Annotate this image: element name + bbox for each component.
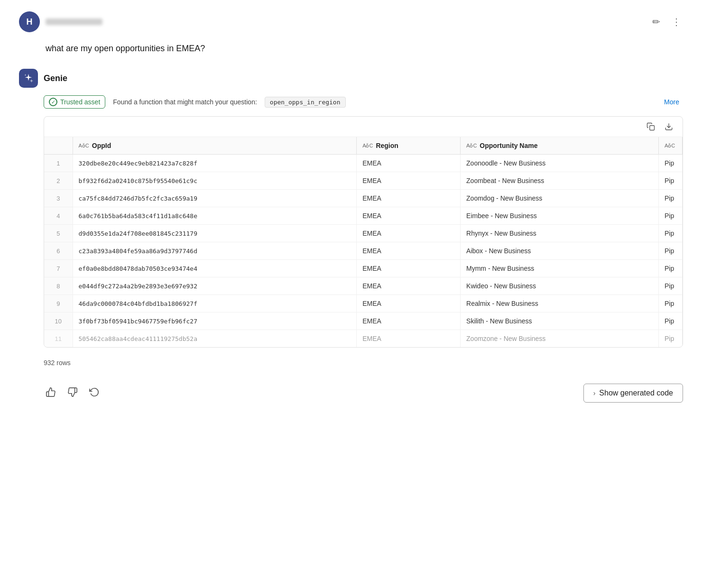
region-cell: EMEA xyxy=(357,312,461,330)
table-row: 10 3f0bf73bf05941bc9467759efb96fc27 EMEA… xyxy=(44,312,683,330)
thumbs-up-icon xyxy=(46,387,56,397)
table-row: 1 320dbe8e20c449ec9eb821423a7c828f EMEA … xyxy=(44,155,683,172)
row-num-cell: 3 xyxy=(44,190,73,207)
genie-header: Genie xyxy=(19,69,683,88)
region-cell: EMEA xyxy=(357,190,461,207)
opp-id-cell: d9d0355e1da24f708ee081845c231179 xyxy=(73,225,357,242)
download-button[interactable] xyxy=(663,121,675,132)
found-function-text: Found a function that might match your q… xyxy=(113,98,257,106)
partial-col-cell: Pip xyxy=(659,190,683,207)
feedback-icons xyxy=(44,385,102,402)
trusted-asset-badge: ✓ Trusted asset xyxy=(44,95,105,109)
opp-name-cell: Rhynyx - New Business xyxy=(461,225,659,242)
sparkle-icon xyxy=(23,73,34,83)
opp-name-cell: Zoomdog - New Business xyxy=(461,190,659,207)
table-row: 11 505462ca88aa4cdeac411119275db52a EMEA… xyxy=(44,330,683,348)
refresh-button[interactable] xyxy=(87,385,102,402)
col-label-oppname: Opportunity Name xyxy=(480,142,537,149)
opp-id-cell: 46da9c0000784c04bfdbd1ba1806927f xyxy=(73,295,357,312)
region-cell: EMEA xyxy=(357,242,461,260)
opp-id-cell: 505462ca88aa4cdeac411119275db52a xyxy=(73,330,357,348)
region-cell: EMEA xyxy=(357,207,461,225)
user-name-blurred xyxy=(46,18,102,25)
thumbs-up-button[interactable] xyxy=(44,385,58,402)
col-label-region: Region xyxy=(376,142,398,149)
chevron-icon: › xyxy=(593,389,596,397)
col-label-oppid: OppId xyxy=(92,142,111,149)
row-num-cell: 5 xyxy=(44,225,73,242)
opp-name-cell: Skilith - New Business xyxy=(461,312,659,330)
opp-name-cell: Zoomzone - New Business xyxy=(461,330,659,348)
header-row: H ✏ ⋮ xyxy=(19,11,683,32)
trusted-asset-row: ✓ Trusted asset Found a function that mi… xyxy=(19,95,683,109)
partial-col-cell: Pip xyxy=(659,312,683,330)
user-question: what are my open opportunities in EMEA? xyxy=(19,44,683,54)
genie-name: Genie xyxy=(44,74,67,83)
table-toolbar xyxy=(44,117,683,137)
refresh-icon xyxy=(89,387,100,397)
genie-avatar xyxy=(19,69,38,88)
col-header-partial: AǒC xyxy=(659,137,683,155)
col-header-oppid: AǒC OppId xyxy=(73,137,357,155)
row-num-cell: 9 xyxy=(44,295,73,312)
opp-id-cell: 3f0bf73bf05941bc9467759efb96fc27 xyxy=(73,312,357,330)
opp-id-cell: 320dbe8e20c449ec9eb821423a7c828f xyxy=(73,155,357,172)
trusted-asset-label: Trusted asset xyxy=(60,98,100,106)
opp-name-cell: Eimbee - New Business xyxy=(461,207,659,225)
more-options-button[interactable]: ⋮ xyxy=(670,14,683,29)
edit-button[interactable]: ✏ xyxy=(650,14,662,29)
table-row: 6 c23a8393a4804fe59aa86a9d3797746d EMEA … xyxy=(44,242,683,260)
table-row: 7 ef0a0e8bdd80478dab70503ce93474e4 EMEA … xyxy=(44,260,683,277)
region-cell: EMEA xyxy=(357,155,461,172)
col-type-icon-oppid: AǒC xyxy=(79,143,89,149)
table-row: 8 e044df9c272a4a2b9e2893e3e697e932 EMEA … xyxy=(44,277,683,295)
opp-id-cell: bf932f6d2a02410c875bf95540e61c9c xyxy=(73,172,357,190)
copy-button[interactable] xyxy=(645,121,657,132)
partial-col-cell: Pip xyxy=(659,242,683,260)
partial-col-cell: Pip xyxy=(659,330,683,348)
download-icon xyxy=(665,122,673,131)
opp-name-cell: Zoombeat - New Business xyxy=(461,172,659,190)
row-num-cell: 4 xyxy=(44,207,73,225)
footer-actions: › Show generated code xyxy=(44,384,683,403)
copy-icon xyxy=(647,122,655,131)
partial-col-cell: Pip xyxy=(659,260,683,277)
opp-name-cell: Zoonoodle - New Business xyxy=(461,155,659,172)
opp-id-cell: ef0a0e8bdd80478dab70503ce93474e4 xyxy=(73,260,357,277)
opp-name-cell: Aibox - New Business xyxy=(461,242,659,260)
region-cell: EMEA xyxy=(357,225,461,242)
avatar: H xyxy=(19,11,40,32)
row-count: 932 rows xyxy=(44,359,683,367)
region-cell: EMEA xyxy=(357,277,461,295)
opp-name-cell: Mymm - New Business xyxy=(461,260,659,277)
partial-col-cell: Pip xyxy=(659,155,683,172)
row-num-cell: 11 xyxy=(44,330,73,348)
region-cell: EMEA xyxy=(357,172,461,190)
results-table-container: AǒC OppId AǒC Region AǒC xyxy=(44,116,683,348)
thumbs-down-button[interactable] xyxy=(65,385,80,402)
show-code-label: Show generated code xyxy=(599,389,673,397)
partial-col-cell: Pip xyxy=(659,172,683,190)
more-link[interactable]: More xyxy=(664,98,683,106)
table-header-row: AǒC OppId AǒC Region AǒC xyxy=(44,137,683,155)
table-row: 4 6a0c761b5ba64da583c4f11d1a8c648e EMEA … xyxy=(44,207,683,225)
partial-col-cell: Pip xyxy=(659,295,683,312)
col-header-region: AǒC Region xyxy=(357,137,461,155)
data-table: AǒC OppId AǒC Region AǒC xyxy=(44,137,683,347)
col-header-opportunity-name: AǒC Opportunity Name xyxy=(461,137,659,155)
genie-section: Genie ✓ Trusted asset Found a function t… xyxy=(19,69,683,403)
region-cell: EMEA xyxy=(357,330,461,348)
partial-col-cell: Pip xyxy=(659,225,683,242)
row-num-cell: 2 xyxy=(44,172,73,190)
table-row: 5 d9d0355e1da24f708ee081845c231179 EMEA … xyxy=(44,225,683,242)
svg-rect-0 xyxy=(650,126,655,130)
opp-id-cell: 6a0c761b5ba64da583c4f11d1a8c648e xyxy=(73,207,357,225)
row-num-cell: 10 xyxy=(44,312,73,330)
row-num-cell: 1 xyxy=(44,155,73,172)
region-cell: EMEA xyxy=(357,295,461,312)
row-num-cell: 6 xyxy=(44,242,73,260)
show-generated-code-button[interactable]: › Show generated code xyxy=(583,384,683,403)
row-number-header xyxy=(44,137,73,155)
header-left: H xyxy=(19,11,102,32)
col-type-icon-partial: AǒC xyxy=(665,143,675,149)
